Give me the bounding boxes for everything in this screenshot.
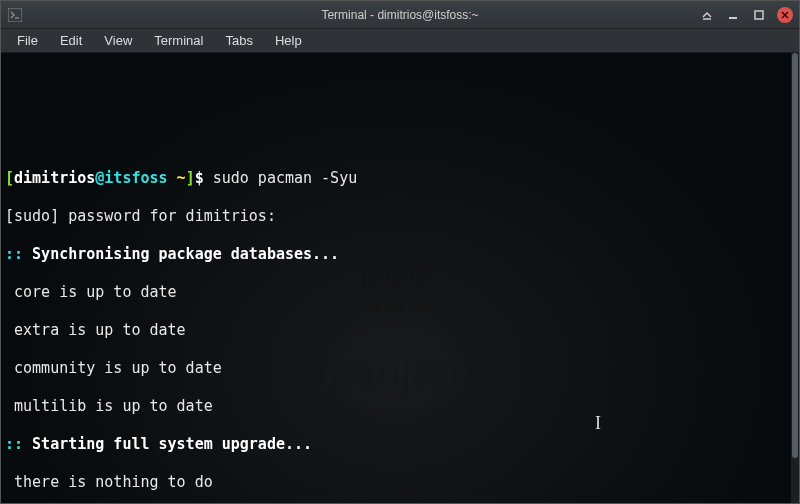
- shade-icon[interactable]: [699, 7, 715, 23]
- terminal-line: [dimitrios@itsfoss ~]$ sudo pacman -Syu: [5, 169, 787, 188]
- scrollbar[interactable]: [791, 53, 799, 503]
- window-controls: [699, 7, 793, 23]
- menu-tabs[interactable]: Tabs: [215, 31, 262, 50]
- terminal-app-icon: [7, 7, 23, 23]
- terminal-line: core is up to date: [5, 283, 787, 302]
- svg-rect-4: [755, 11, 763, 19]
- terminal-line: community is up to date: [5, 359, 787, 378]
- scrollbar-thumb[interactable]: [792, 53, 798, 458]
- menu-help[interactable]: Help: [265, 31, 312, 50]
- terminal-content: [dimitrios@itsfoss ~]$ sudo pacman -Syu …: [5, 150, 787, 503]
- terminal-window: Terminal - dimitrios@itsfoss:~ File Edit…: [0, 0, 800, 504]
- titlebar[interactable]: Terminal - dimitrios@itsfoss:~: [1, 1, 799, 29]
- terminal-line: :: Starting full system upgrade...: [5, 435, 787, 454]
- menubar: File Edit View Terminal Tabs Help: [1, 29, 799, 53]
- menu-terminal[interactable]: Terminal: [144, 31, 213, 50]
- terminal-area-wrap: manjaro [dimitrios@itsfoss ~]$ sudo pacm…: [1, 53, 799, 503]
- terminal-line: [sudo] password for dimitrios:: [5, 207, 787, 226]
- menu-file[interactable]: File: [7, 31, 48, 50]
- terminal-line: there is nothing to do: [5, 473, 787, 492]
- menu-edit[interactable]: Edit: [50, 31, 92, 50]
- close-icon[interactable]: [777, 7, 793, 23]
- command-text: sudo pacman -Syu: [213, 169, 358, 187]
- minimize-icon[interactable]: [725, 7, 741, 23]
- maximize-icon[interactable]: [751, 7, 767, 23]
- terminal-line: extra is up to date: [5, 321, 787, 340]
- ibeam-cursor-icon: I: [595, 414, 601, 433]
- terminal-area[interactable]: manjaro [dimitrios@itsfoss ~]$ sudo pacm…: [1, 53, 791, 503]
- terminal-line: :: Synchronising package databases...: [5, 245, 787, 264]
- menu-view[interactable]: View: [94, 31, 142, 50]
- window-title: Terminal - dimitrios@itsfoss:~: [1, 8, 799, 22]
- terminal-line: multilib is up to date: [5, 397, 787, 416]
